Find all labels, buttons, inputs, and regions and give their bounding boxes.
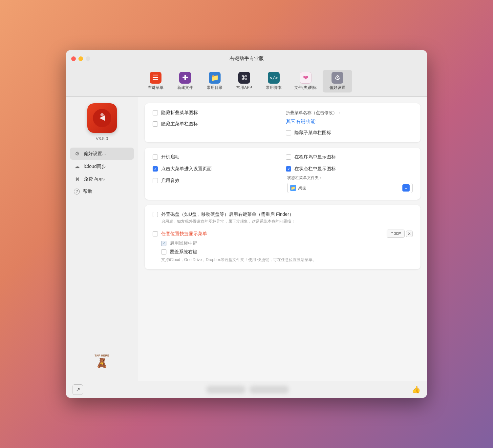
external-disk-checkbox[interactable] (153, 212, 158, 217)
toolbar-item-preferences[interactable]: ⚙ 偏好设置 (323, 70, 352, 92)
footer-blur-button-2[interactable] (249, 386, 289, 394)
hotkey-clear-button[interactable]: ✕ (406, 231, 413, 237)
footer-blur-button-1[interactable] (206, 386, 246, 394)
sidebar-item-help[interactable]: ? 帮助 (70, 186, 134, 197)
override-system-right-row: 覆盖系统右键 (161, 249, 413, 255)
external-disk-row: 外置磁盘（如U盘，移动硬盘等）启用右键菜单（需重启 Finder） (153, 212, 413, 217)
enable-sound-checkbox[interactable] (153, 178, 158, 183)
quick-menu-row: 任意位置快捷显示菜单 ⌃⌘E ✕ (153, 230, 413, 238)
like-icon: 👍 (412, 385, 420, 394)
show-in-statusbar-checkbox[interactable] (286, 166, 291, 172)
statusbar-folder-value: 桌面 (298, 185, 307, 191)
hide-fold-icon-checkbox[interactable] (153, 110, 158, 115)
hotkey-box[interactable]: ⌃⌘E (387, 230, 405, 238)
sidebar-item-icloud[interactable]: ☁ iCloud同步 (70, 160, 134, 173)
external-disk-desc: 启用后，如发现外置磁盘的图标异常，属正常现象，这是系统本身的问题哦！ (161, 219, 413, 224)
hide-submenu-checkbox[interactable] (286, 130, 291, 135)
sidebar: V3.5.0 ⚙ 偏好设置... ☁ iCloud同步 ⌘ 免费 Apps ? … (66, 97, 138, 381)
hide-fold-icon-label: 隐藏折叠菜单图标 (161, 110, 198, 116)
show-in-statusbar-label: 在状态栏中显示图标 (294, 166, 336, 172)
toolbar-item-common-dir[interactable]: 📁 常用目录 (200, 70, 229, 92)
toolbar: ☰ 右键菜单 ✚ 新建文件 📁 常用目录 ⌘ 常用APP </> 常用脚本 ❤ … (66, 67, 427, 97)
settings-panel: 隐藏折叠菜单图标 隐藏主菜单栏图标 折叠菜单名称（点击修改）： 其它右键功能 (138, 97, 427, 381)
sidebar-item-free-apps[interactable]: ⌘ 免费 Apps (70, 173, 134, 185)
settings-icons-two-col: 隐藏折叠菜单图标 隐藏主菜单栏图标 折叠菜单名称（点击修改）： 其它右键功能 (153, 110, 413, 136)
quick-sub-options: 启用鼠标中键 覆盖系统右键 (161, 240, 413, 255)
footer-center (83, 386, 412, 394)
sidebar-item-free-apps-label: 免费 Apps (84, 176, 105, 182)
help-sidebar-icon: ? (74, 189, 80, 194)
toolbar-label-common-app: 常用APP (236, 85, 252, 91)
folder-select-icon: 📁 (290, 185, 296, 191)
hide-submenu-label: 隐藏子菜单栏图标 (294, 130, 331, 136)
toolbar-label-file-icon: 文件(夹)图标 (294, 85, 317, 91)
settings-card-startup: 开机启动 点击大菜单进入设置页面 启用音效 (145, 148, 420, 200)
hide-main-icon-checkbox[interactable] (153, 121, 158, 127)
export-icon: ↗ (76, 386, 80, 393)
click-enter-settings-label: 点击大菜单进入设置页面 (161, 166, 212, 172)
toolbar-item-common-app[interactable]: ⌘ 常用APP (229, 70, 259, 92)
auto-start-label: 开机启动 (161, 154, 180, 160)
show-in-statusbar-row: 在状态栏中显示图标 (286, 166, 413, 172)
override-system-right-label: 覆盖系统右键 (170, 249, 197, 255)
sidebar-item-help-label: 帮助 (83, 189, 92, 194)
traffic-lights (71, 56, 90, 61)
main-content: V3.5.0 ⚙ 偏好设置... ☁ iCloud同步 ⌘ 免费 Apps ? … (66, 97, 427, 381)
preferences-sidebar-icon: ⚙ (74, 151, 80, 157)
quick-menu-section: 任意位置快捷显示菜单 ⌃⌘E ✕ 启用鼠标中键 覆盖系 (153, 230, 413, 263)
toolbar-label-right-click-menu: 右键菜单 (148, 85, 163, 91)
preferences-icon: ⚙ (332, 72, 343, 84)
select-arrow-icon[interactable]: ⌄ (402, 184, 410, 192)
settings-startup-two-col: 开机启动 点击大菜单进入设置页面 启用音效 (153, 154, 413, 193)
quick-desc: 支持iCloud，One Drive，Dropbox等云盘文件夹！使用 快捷键，… (161, 257, 413, 263)
common-dir-icon: 📁 (209, 72, 221, 84)
external-disk-label: 外置磁盘（如U盘，移动硬盘等）启用右键菜单（需重启 Finder） (161, 212, 294, 217)
sidebar-menu: ⚙ 偏好设置... ☁ iCloud同步 ⌘ 免费 Apps ? 帮助 (70, 148, 134, 197)
toolbar-item-file-icon[interactable]: ❤ 文件(夹)图标 (289, 70, 323, 92)
hide-main-icon-label: 隐藏主菜单栏图标 (161, 121, 198, 127)
close-button[interactable] (71, 56, 76, 61)
statusbar-folder-section: 状态栏菜单文件夹： 📁 桌面 ⌄ (287, 175, 413, 193)
settings-icons-left: 隐藏折叠菜单图标 隐藏主菜单栏图标 (153, 110, 279, 136)
svg-point-1 (100, 113, 104, 116)
settings-startup-right: 在程序坞中显示图标 在状态栏中显示图标 状态栏菜单文件夹： 📁 桌面 ⌄ (286, 154, 413, 193)
new-file-icon: ✚ (179, 72, 191, 84)
auto-start-checkbox[interactable] (153, 154, 158, 160)
free-apps-sidebar-icon: ⌘ (74, 177, 80, 182)
toolbar-item-common-script[interactable]: </> 常用脚本 (259, 70, 289, 92)
hide-submenu-row: 隐藏子菜单栏图标 (286, 130, 413, 136)
toolbar-label-preferences: 偏好设置 (330, 85, 345, 91)
app-icon (87, 103, 117, 133)
override-system-right-checkbox[interactable] (161, 249, 166, 255)
hotkey-display: ⌃⌘E ✕ (387, 230, 413, 238)
fold-menu-right: 折叠菜单名称（点击修改）： 其它右键功能 (286, 110, 413, 125)
fold-menu-name-value[interactable]: 其它右键功能 (286, 118, 413, 125)
sidebar-item-preferences-label: 偏好设置... (84, 151, 106, 157)
statusbar-folder-select[interactable]: 📁 桌面 ⌄ (287, 183, 413, 193)
minimize-button[interactable] (78, 56, 83, 61)
click-enter-settings-row: 点击大菜单进入设置页面 (153, 166, 279, 172)
file-icon-icon: ❤ (300, 72, 311, 84)
export-button[interactable]: ↗ (73, 384, 83, 395)
settings-card-external: 外置磁盘（如U盘，移动硬盘等）启用右键菜单（需重启 Finder） 启用后，如发… (145, 205, 420, 269)
toolbar-label-common-dir: 常用目录 (207, 85, 223, 91)
enable-sound-label: 启用音效 (161, 178, 180, 184)
quick-desc-text: 支持iCloud，One Drive，Dropbox等云盘文件夹！使用 快捷键，… (161, 257, 316, 262)
sidebar-item-preferences[interactable]: ⚙ 偏好设置... (70, 148, 134, 160)
app-logo-svg (92, 108, 112, 128)
settings-startup-left: 开机启动 点击大菜单进入设置页面 启用音效 (153, 154, 279, 193)
toolbar-label-common-script: 常用脚本 (266, 85, 282, 91)
click-enter-settings-checkbox[interactable] (153, 166, 158, 172)
quick-menu-label[interactable]: 任意位置快捷显示菜单 (161, 231, 207, 237)
like-button[interactable]: 👍 (412, 385, 420, 394)
quick-menu-checkbox[interactable] (153, 231, 158, 236)
tap-here-mascot[interactable]: TAP HERE 🧸 (86, 348, 118, 374)
show-in-dock-checkbox[interactable] (286, 154, 291, 160)
enable-mouse-middle-checkbox[interactable] (161, 241, 166, 246)
fold-menu-name-label: 折叠菜单名称（点击修改）： (286, 110, 413, 116)
toolbar-item-new-file[interactable]: ✚ 新建文件 (170, 70, 200, 92)
enable-mouse-middle-row: 启用鼠标中键 (161, 240, 413, 246)
show-in-dock-label: 在程序坞中显示图标 (294, 154, 336, 160)
toolbar-item-right-click-menu[interactable]: ☰ 右键菜单 (141, 70, 170, 92)
maximize-button[interactable] (86, 56, 90, 61)
